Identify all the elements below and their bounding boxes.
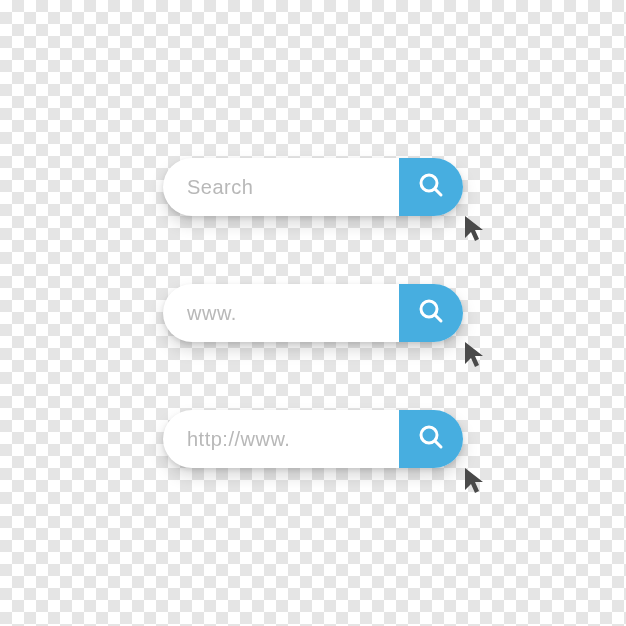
svg-line-5 xyxy=(435,441,441,447)
cursor-icon xyxy=(461,340,493,376)
search-icon xyxy=(417,297,445,329)
search-bar-3: http://www. xyxy=(163,410,463,468)
search-bar-2: www. xyxy=(163,284,463,342)
search-input[interactable]: http://www. xyxy=(163,410,399,468)
search-bar-container: Search xyxy=(163,158,463,216)
svg-line-3 xyxy=(435,315,441,321)
search-input[interactable]: Search xyxy=(163,158,399,216)
cursor-icon xyxy=(461,466,493,502)
cursor-icon xyxy=(461,214,493,250)
search-button[interactable] xyxy=(399,158,463,216)
search-bar-container: www. xyxy=(163,284,463,342)
search-input[interactable]: www. xyxy=(163,284,399,342)
search-button[interactable] xyxy=(399,410,463,468)
search-button[interactable] xyxy=(399,284,463,342)
svg-line-1 xyxy=(435,189,441,195)
search-bar-container: http://www. xyxy=(163,410,463,468)
search-bar-1: Search xyxy=(163,158,463,216)
search-icon xyxy=(417,171,445,203)
search-icon xyxy=(417,423,445,455)
